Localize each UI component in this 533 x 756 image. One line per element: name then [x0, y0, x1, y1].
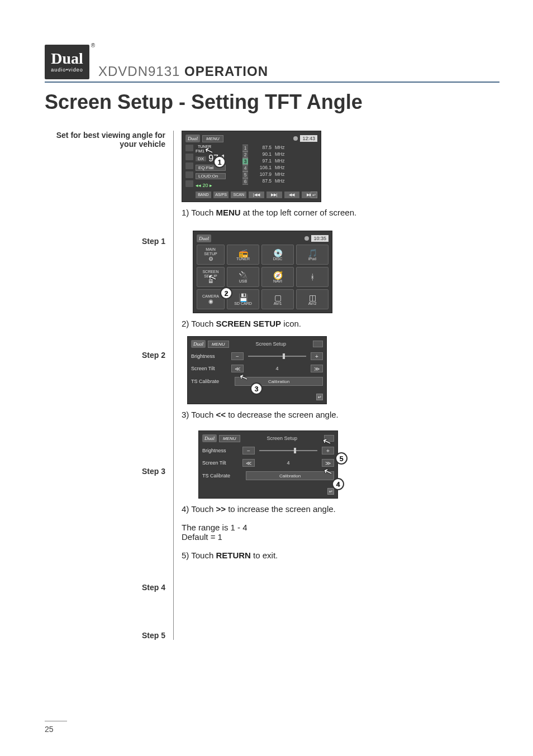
loud-indicator: LOUD:On — [196, 173, 226, 179]
brightness-plus-button[interactable]: + — [322, 447, 334, 454]
side-strip — [185, 145, 193, 188]
screen-setup-screenshot-dec: 3 ↖ Dual MENU Screen Setup Brightness − — [187, 336, 327, 404]
step2-text: 2) Touch SCREEN SETUP icon. — [182, 319, 499, 328]
brightness-slider[interactable] — [248, 356, 306, 357]
step5-label: Step 5 — [45, 631, 165, 640]
step3-label: Step 3 — [45, 467, 165, 476]
band-button[interactable]: BAND — [196, 192, 211, 198]
step3-text: 3) Touch << to decrease the screen angle… — [182, 410, 499, 419]
calibration-button[interactable]: Calibration — [246, 471, 334, 480]
step4-text: 4) Touch >> to increase the screen angle… — [182, 504, 499, 514]
tilt-increase-button[interactable]: ≫ — [311, 365, 323, 372]
range-text: The range is 1 - 4 — [182, 523, 499, 532]
section-title: Screen Setup - Setting TFT Angle — [45, 90, 499, 114]
dual-chip: Dual — [191, 340, 206, 348]
brightness-label: Brightness — [191, 353, 227, 359]
step4-label: Step 4 — [45, 583, 165, 592]
tilt-decrease-button[interactable]: ≪ — [231, 365, 244, 372]
aspect-icon[interactable] — [324, 435, 334, 442]
model-number: XDVDN9131 — [98, 64, 180, 79]
bluetooth-source-button[interactable]: ᚼ — [296, 267, 329, 287]
screen-setup-title: Screen Setup — [229, 341, 313, 347]
tuner-screenshot: 1 ↖ Dual MENU 12:43 TUNER — [182, 131, 321, 202]
bluetooth-icon — [304, 236, 309, 241]
callout-2: 2 — [220, 287, 232, 299]
aspect-icon[interactable] — [313, 341, 323, 347]
tilt-value: 4 — [259, 460, 317, 466]
clock: 12:43 — [300, 135, 317, 142]
callout-1: 1 — [213, 156, 226, 168]
asps-button[interactable]: AS/PS — [213, 192, 229, 198]
tuner-bottom-bar: BAND AS/PS SCAN |◀◀ ▶▶| ◀◀ ▶▶ — [185, 192, 317, 198]
calibration-button[interactable]: Calibration — [235, 377, 323, 386]
rewind-button[interactable]: ◀◀ — [284, 192, 300, 198]
band-label: FM1 — [196, 149, 204, 154]
logo-text: Dual — [51, 51, 83, 65]
next-track-button[interactable]: ▶▶| — [266, 192, 282, 198]
tuner-mode-label: TUNER — [196, 145, 240, 149]
default-text: Default = 1 — [182, 532, 499, 542]
step2-label: Step 2 — [45, 351, 165, 360]
screen-setup-screenshot-inc: 5 4 ↖ ↖ Dual MENU Screen Setup Brightnes… — [198, 430, 338, 499]
step1-label: Step 1 — [45, 237, 165, 246]
callout-4: 4 — [332, 478, 344, 490]
tilt-label: Screen Tilt — [191, 366, 227, 371]
screen-setup-tab[interactable]: SCREENSETUP🖥 — [197, 267, 225, 287]
brightness-label: Brightness — [202, 448, 238, 453]
menu-button[interactable]: MENU — [202, 135, 223, 142]
presets-list: 187.5MHz 290.1MHz 397.1MHz 4106.1MHz 510… — [242, 145, 284, 188]
menu-button[interactable]: MENU — [208, 341, 229, 348]
tilt-decrease-button[interactable]: ≪ — [242, 459, 255, 467]
callout-5: 5 — [335, 452, 348, 465]
calibrate-label: TS Calibrate — [202, 473, 238, 479]
av1-source-button[interactable]: ▢AV/1 — [261, 289, 294, 309]
page: ® Dual audio•video XDVDN9131 OPERATION S… — [0, 0, 533, 756]
return-icon[interactable]: ↵ — [311, 192, 317, 198]
dual-chip: Dual — [185, 135, 200, 142]
step1-text: 1) Touch MENU at the top left corner of … — [182, 208, 499, 217]
logo-subtext: audio•video — [51, 67, 83, 73]
screen-setup-title: Screen Setup — [240, 436, 324, 441]
tilt-increase-button[interactable]: ≫ — [322, 459, 334, 467]
main-setup-tab[interactable]: MAINSETUP⚙ — [197, 245, 225, 265]
calibrate-label: TS Calibrate — [191, 379, 227, 384]
av2-source-button[interactable]: ◫AV/2 — [296, 289, 329, 309]
callout-3: 3 — [250, 382, 263, 395]
brightness-minus-button[interactable]: − — [231, 352, 244, 360]
page-number: 25 — [45, 721, 67, 734]
scan-button[interactable]: SCAN — [231, 192, 246, 198]
brand-logo: ® Dual audio•video — [45, 45, 89, 79]
usb-source-button[interactable]: 🔌USB — [227, 267, 259, 287]
tilt-label: Screen Tilt — [202, 460, 238, 466]
brightness-slider[interactable] — [259, 450, 317, 451]
content-grid: Set for best viewing angle for your vehi… — [45, 131, 499, 640]
labels-column: Set for best viewing angle for your vehi… — [45, 131, 173, 640]
dual-chip: Dual — [197, 235, 211, 242]
ipod-source-button[interactable]: 🎵iPod — [296, 245, 329, 265]
return-icon[interactable]: ↵ — [327, 488, 334, 495]
brightness-minus-button[interactable]: − — [242, 447, 255, 454]
return-icon[interactable]: ↵ — [316, 394, 323, 400]
bluetooth-icon — [293, 136, 298, 141]
disc-source-button[interactable]: 💿DISC — [261, 245, 294, 265]
body-column: 1 ↖ Dual MENU 12:43 TUNER — [182, 131, 499, 640]
header-title: XDVDN9131 OPERATION — [98, 64, 268, 79]
menu-button[interactable]: MENU — [219, 435, 240, 442]
main-menu-screenshot: 2 ↖ Dual 10:35 MAINSETUP⚙ 📻TUNER 💿DISC 🎵… — [193, 231, 332, 313]
tuner-source-button[interactable]: 📻TUNER — [227, 245, 259, 265]
brightness-plus-button[interactable]: + — [311, 352, 323, 360]
clock: 10:35 — [311, 235, 329, 242]
prev-track-button[interactable]: |◀◀ — [249, 192, 264, 198]
dual-chip: Dual — [202, 434, 217, 442]
section-word: OPERATION — [184, 64, 268, 79]
volume-display: ◂◂ 20 ▸ — [196, 183, 240, 188]
tilt-value: 4 — [248, 366, 306, 371]
column-divider — [173, 131, 174, 640]
navi-source-button[interactable]: 🧭NAVI — [261, 267, 294, 287]
step5-text: 5) Touch RETURN to exit. — [182, 551, 499, 560]
page-header: ® Dual audio•video XDVDN9131 OPERATION — [45, 45, 499, 83]
dx-indicator: DX — [196, 156, 206, 161]
